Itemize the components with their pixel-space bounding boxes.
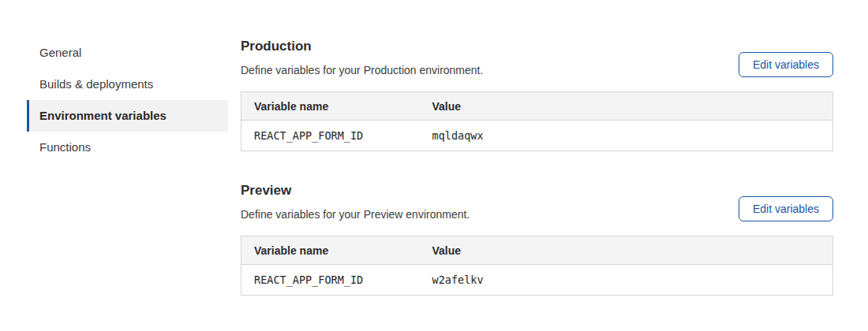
table-row: REACT_APP_FORM_ID mqldaqwx (241, 121, 833, 151)
table-header-row: Variable name Value (241, 92, 833, 121)
table-row: REACT_APP_FORM_ID w2afelkv (241, 265, 833, 296)
value-header: Value (420, 236, 833, 265)
table-header-row: Variable name Value (241, 236, 833, 265)
sidebar-item-general[interactable]: General (27, 37, 228, 69)
sidebar-item-environment-variables[interactable]: Environment variables (27, 100, 228, 132)
production-variables-table: Variable name Value REACT_APP_FORM_ID mq… (241, 91, 833, 151)
value-header: Value (420, 92, 833, 121)
preview-section: Preview Define variables for your Previe… (241, 182, 833, 296)
preview-variables-table: Variable name Value REACT_APP_FORM_ID w2… (241, 236, 833, 296)
sidebar-item-builds-deployments[interactable]: Builds & deployments (27, 69, 228, 100)
production-edit-variables-button[interactable]: Edit variables (739, 52, 833, 77)
preview-edit-variables-button[interactable]: Edit variables (739, 196, 833, 221)
variable-name-header: Variable name (241, 236, 420, 265)
sidebar-item-functions[interactable]: Functions (27, 132, 228, 163)
variable-name-cell: REACT_APP_FORM_ID (241, 121, 420, 151)
variable-value-cell: mqldaqwx (420, 121, 833, 151)
settings-sidebar: General Builds & deployments Environment… (27, 37, 228, 163)
environment-variables-panel: Production Define variables for your Pro… (241, 0, 833, 296)
variable-name-header: Variable name (241, 92, 420, 121)
variable-value-cell: w2afelkv (420, 265, 833, 296)
production-section: Production Define variables for your Pro… (241, 38, 833, 151)
settings-page: General Builds & deployments Environment… (0, 0, 868, 331)
variable-name-cell: REACT_APP_FORM_ID (241, 265, 420, 296)
